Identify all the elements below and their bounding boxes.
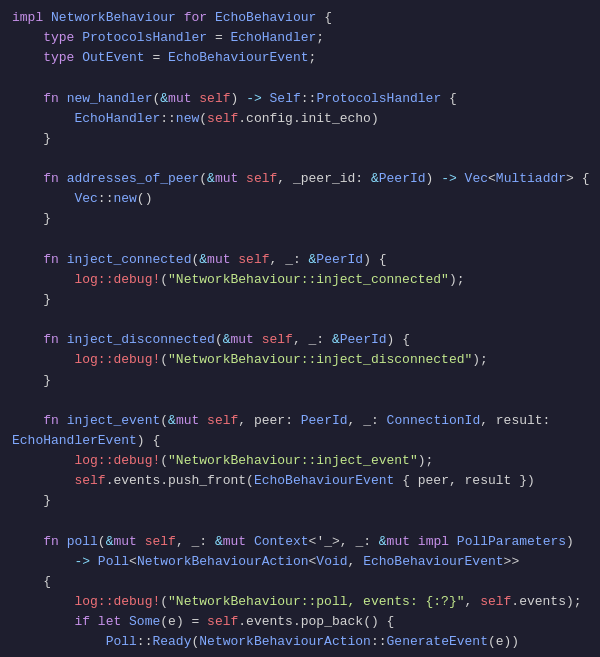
code-line-13: fn inject_connected(&mut self, _: &PeerI… — [0, 250, 600, 270]
code-line-2: type ProtocolsHandler = EchoHandler; — [0, 28, 600, 48]
code-line-26 — [0, 512, 600, 532]
code-line-8 — [0, 149, 600, 169]
code-line-22: EchoHandlerEvent) { — [0, 431, 600, 451]
code-line-18: log::debug!("NetworkBehaviour::inject_di… — [0, 350, 600, 370]
code-line-15: } — [0, 290, 600, 310]
code-line-28: -> Poll<NetworkBehaviourAction<Void, Ech… — [0, 552, 600, 572]
code-line-20 — [0, 391, 600, 411]
code-line-24: self.events.push_front(EchoBehaviourEven… — [0, 471, 600, 491]
code-line-4 — [0, 68, 600, 88]
code-line-12 — [0, 230, 600, 250]
code-line-10: Vec::new() — [0, 189, 600, 209]
code-line-30: log::debug!("NetworkBehaviour::poll, eve… — [0, 592, 600, 612]
code-line-9: fn addresses_of_peer(&mut self, _peer_id… — [0, 169, 600, 189]
code-line-14: log::debug!("NetworkBehaviour::inject_co… — [0, 270, 600, 290]
code-line-31: if let Some(e) = self.events.pop_back() … — [0, 612, 600, 632]
code-editor: impl NetworkBehaviour for EchoBehaviour … — [0, 0, 600, 657]
code-line-27: fn poll(&mut self, _: &mut Context<'_>, … — [0, 532, 600, 552]
code-line-3: type OutEvent = EchoBehaviourEvent; — [0, 48, 600, 68]
code-line-23: log::debug!("NetworkBehaviour::inject_ev… — [0, 451, 600, 471]
code-line-19: } — [0, 371, 600, 391]
code-line-5: fn new_handler(&mut self) -> Self::Proto… — [0, 89, 600, 109]
code-line-33: } else { — [0, 653, 600, 658]
code-line-29: { — [0, 572, 600, 592]
code-line-32: Poll::Ready(NetworkBehaviourAction::Gene… — [0, 632, 600, 652]
code-line-16 — [0, 310, 600, 330]
code-line-21: fn inject_event(&mut self, peer: PeerId,… — [0, 411, 600, 431]
code-line-17: fn inject_disconnected(&mut self, _: &Pe… — [0, 330, 600, 350]
code-line-1: impl NetworkBehaviour for EchoBehaviour … — [0, 8, 600, 28]
code-line-11: } — [0, 209, 600, 229]
code-line-7: } — [0, 129, 600, 149]
code-line-25: } — [0, 491, 600, 511]
code-line-6: EchoHandler::new(self.config.init_echo) — [0, 109, 600, 129]
